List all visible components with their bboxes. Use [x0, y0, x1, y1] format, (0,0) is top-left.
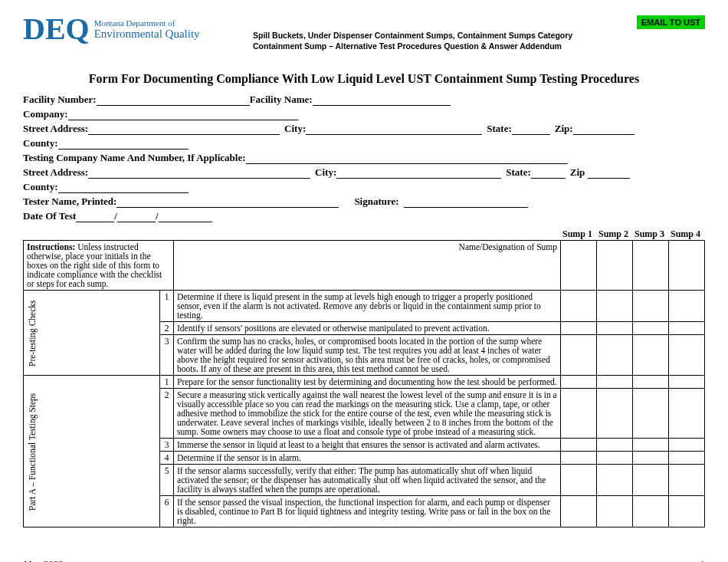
pre1-s3[interactable]: [633, 291, 669, 322]
a2-s3[interactable]: [633, 389, 669, 439]
a-row-5: If the sensor alarms successfully, verif…: [174, 465, 561, 496]
a1-s1[interactable]: [561, 376, 597, 389]
pre2-s3[interactable]: [633, 322, 669, 335]
sump2-name-input[interactable]: [597, 241, 633, 291]
a3-s2[interactable]: [597, 439, 633, 452]
name-designation-label: Name/Designation of Sump: [174, 241, 561, 291]
city-label: City:: [284, 123, 306, 135]
a-row-3: Immerse the sensor in liquid at least to…: [174, 439, 561, 452]
a5-s4[interactable]: [669, 465, 705, 496]
checklist-table: Instructions: Unless instructed otherwis…: [23, 240, 705, 527]
footer-date: May 2022: [23, 558, 63, 562]
street-address-2-input[interactable]: [88, 166, 310, 179]
tester-name-label: Tester Name, Printed:: [23, 196, 116, 208]
sump3-name-input[interactable]: [633, 241, 669, 291]
pre-testing-section-label: Pre-testing Checks: [24, 291, 160, 376]
footer-page: 1: [700, 558, 706, 562]
a5-s1[interactable]: [561, 465, 597, 496]
sump4-name-input[interactable]: [669, 241, 705, 291]
a2-s2[interactable]: [597, 389, 633, 439]
city-2-label: City:: [315, 166, 336, 179]
facility-number-label: Facility Number:: [23, 94, 97, 106]
street-address-input[interactable]: [88, 123, 280, 135]
company-input[interactable]: [68, 108, 298, 120]
city-2-input[interactable]: [336, 166, 501, 179]
email-to-ust-button[interactable]: EMAIL TO UST: [637, 15, 705, 29]
a4-s3[interactable]: [633, 452, 669, 465]
logo-abbr: DEQ: [23, 15, 90, 43]
a6-s3[interactable]: [633, 496, 669, 527]
zip-2-input[interactable]: [588, 166, 630, 179]
part-a-section-label: Part A – Functional Testing Steps: [24, 376, 160, 527]
a2-s4[interactable]: [669, 389, 705, 439]
pre-row-2: Identify if sensors' positions are eleva…: [174, 322, 561, 335]
state-input[interactable]: [512, 123, 550, 135]
form-title: Form For Documenting Compliance With Low…: [23, 72, 705, 86]
street-address-label: Street Address:: [23, 123, 88, 135]
county-2-label: County:: [23, 181, 58, 193]
pre2-s4[interactable]: [669, 322, 705, 335]
company-label: Company:: [23, 108, 68, 120]
deq-logo: DEQ Montana Department of Environmental …: [23, 15, 200, 43]
logo-line2: Environmental Quality: [94, 28, 200, 41]
facility-name-label: Facility Name:: [250, 94, 313, 106]
a6-s1[interactable]: [561, 496, 597, 527]
pre1-s1[interactable]: [561, 291, 597, 322]
date-mm-input[interactable]: [76, 210, 114, 222]
pre3-s2[interactable]: [597, 335, 633, 376]
testing-company-input[interactable]: [246, 152, 568, 164]
a4-s1[interactable]: [561, 452, 597, 465]
a1-s2[interactable]: [597, 376, 633, 389]
a1-s4[interactable]: [669, 376, 705, 389]
facility-number-input[interactable]: [97, 94, 250, 106]
state-label: State:: [487, 123, 512, 135]
zip-input[interactable]: [573, 123, 635, 135]
city-input[interactable]: [306, 123, 482, 135]
header-subtitle: Spill Buckets, Under Dispenser Containme…: [253, 31, 572, 51]
a2-s1[interactable]: [561, 389, 597, 439]
pre3-s3[interactable]: [633, 335, 669, 376]
signature-line[interactable]: [404, 197, 529, 208]
pre3-s4[interactable]: [669, 335, 705, 376]
pre1-s4[interactable]: [669, 291, 705, 322]
a4-s2[interactable]: [597, 452, 633, 465]
street-address-2-label: Street Address:: [23, 166, 88, 179]
pre2-s2[interactable]: [597, 322, 633, 335]
a-row-2: Secure a measuring stick vertically agai…: [174, 389, 561, 439]
state-2-label: State:: [506, 166, 531, 179]
pre1-s2[interactable]: [597, 291, 633, 322]
pre-row-1: Determine if there is liquid present in …: [174, 291, 561, 322]
zip-label: Zip:: [555, 123, 573, 135]
county-input[interactable]: [58, 137, 189, 150]
instructions-cell: Instructions: Unless instructed otherwis…: [24, 241, 174, 291]
a6-s2[interactable]: [597, 496, 633, 527]
a5-s3[interactable]: [633, 465, 669, 496]
pre2-s1[interactable]: [561, 322, 597, 335]
a4-s4[interactable]: [669, 452, 705, 465]
a-row-1: Prepare for the sensor functionality tes…: [174, 376, 561, 389]
sump1-name-input[interactable]: [561, 241, 597, 291]
date-dd-input[interactable]: [117, 210, 156, 222]
a3-s4[interactable]: [669, 439, 705, 452]
testing-company-label: Testing Company Name And Number, If Appl…: [23, 152, 246, 164]
logo-line1: Montana Department of: [94, 18, 200, 28]
pre-row-3: Confirm the sump has no cracks, holes, o…: [174, 335, 561, 376]
a-row-6: If the sensor passed the visual inspecti…: [174, 496, 561, 527]
a1-s3[interactable]: [633, 376, 669, 389]
date-of-test-label: Date Of Test: [23, 210, 76, 222]
tester-name-input[interactable]: [116, 196, 339, 208]
a5-s2[interactable]: [597, 465, 633, 496]
sump-column-headers: Sump 1Sump 2Sump 3Sump 4: [23, 228, 705, 240]
a-row-4: Determine if the sensor is in alarm.: [174, 452, 561, 465]
pre3-s1[interactable]: [561, 335, 597, 376]
county-2-input[interactable]: [58, 181, 189, 193]
date-yy-input[interactable]: [159, 210, 212, 222]
county-label: County:: [23, 137, 58, 150]
a6-s4[interactable]: [669, 496, 705, 527]
a3-s1[interactable]: [561, 439, 597, 452]
facility-name-input[interactable]: [313, 94, 451, 106]
a3-s3[interactable]: [633, 439, 669, 452]
state-2-input[interactable]: [531, 166, 566, 179]
zip-2-label: Zip: [570, 166, 585, 179]
signature-label: Signature:: [354, 196, 398, 208]
